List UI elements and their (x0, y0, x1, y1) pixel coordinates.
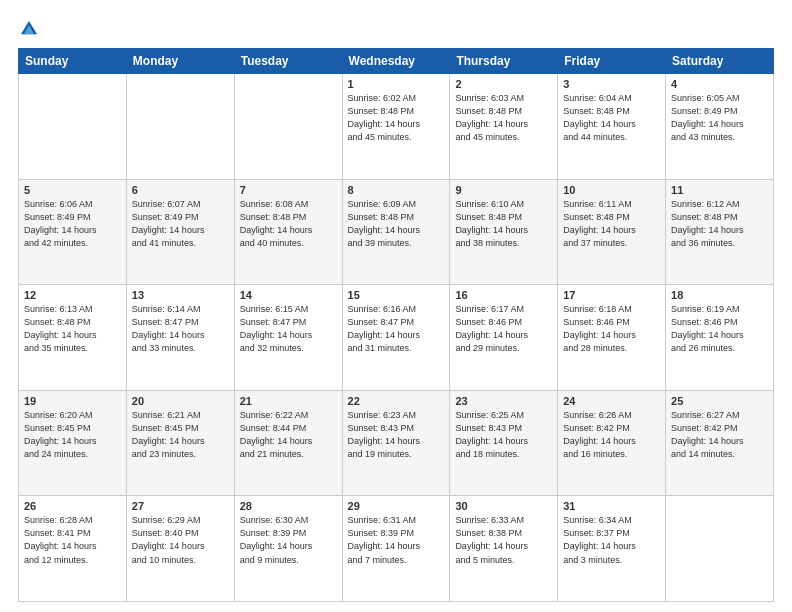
day-number: 12 (24, 289, 121, 301)
day-number: 14 (240, 289, 337, 301)
calendar-day-7: 7Sunrise: 6:08 AMSunset: 8:48 PMDaylight… (234, 179, 342, 285)
calendar-day-30: 30Sunrise: 6:33 AMSunset: 8:38 PMDayligh… (450, 496, 558, 602)
day-info: Sunrise: 6:17 AMSunset: 8:46 PMDaylight:… (455, 303, 552, 355)
day-info: Sunrise: 6:26 AMSunset: 8:42 PMDaylight:… (563, 409, 660, 461)
day-number: 3 (563, 78, 660, 90)
calendar-day-1: 1Sunrise: 6:02 AMSunset: 8:48 PMDaylight… (342, 74, 450, 180)
day-info: Sunrise: 6:33 AMSunset: 8:38 PMDaylight:… (455, 514, 552, 566)
day-number: 9 (455, 184, 552, 196)
calendar-day-22: 22Sunrise: 6:23 AMSunset: 8:43 PMDayligh… (342, 390, 450, 496)
day-number: 26 (24, 500, 121, 512)
logo (18, 18, 44, 40)
day-info: Sunrise: 6:12 AMSunset: 8:48 PMDaylight:… (671, 198, 768, 250)
weekday-header-sunday: Sunday (19, 49, 127, 74)
weekday-header-monday: Monday (126, 49, 234, 74)
day-number: 30 (455, 500, 552, 512)
calendar-table: SundayMondayTuesdayWednesdayThursdayFrid… (18, 48, 774, 602)
day-number: 7 (240, 184, 337, 196)
day-info: Sunrise: 6:06 AMSunset: 8:49 PMDaylight:… (24, 198, 121, 250)
weekday-header-friday: Friday (558, 49, 666, 74)
calendar-empty-cell (234, 74, 342, 180)
calendar-day-18: 18Sunrise: 6:19 AMSunset: 8:46 PMDayligh… (666, 285, 774, 391)
calendar-day-4: 4Sunrise: 6:05 AMSunset: 8:49 PMDaylight… (666, 74, 774, 180)
day-number: 16 (455, 289, 552, 301)
day-number: 11 (671, 184, 768, 196)
calendar-week-row: 26Sunrise: 6:28 AMSunset: 8:41 PMDayligh… (19, 496, 774, 602)
calendar-day-17: 17Sunrise: 6:18 AMSunset: 8:46 PMDayligh… (558, 285, 666, 391)
calendar-week-row: 12Sunrise: 6:13 AMSunset: 8:48 PMDayligh… (19, 285, 774, 391)
day-info: Sunrise: 6:23 AMSunset: 8:43 PMDaylight:… (348, 409, 445, 461)
day-info: Sunrise: 6:05 AMSunset: 8:49 PMDaylight:… (671, 92, 768, 144)
calendar-day-29: 29Sunrise: 6:31 AMSunset: 8:39 PMDayligh… (342, 496, 450, 602)
calendar-empty-cell (666, 496, 774, 602)
day-number: 24 (563, 395, 660, 407)
day-number: 23 (455, 395, 552, 407)
calendar-empty-cell (126, 74, 234, 180)
day-number: 31 (563, 500, 660, 512)
day-number: 17 (563, 289, 660, 301)
day-number: 1 (348, 78, 445, 90)
calendar-week-row: 5Sunrise: 6:06 AMSunset: 8:49 PMDaylight… (19, 179, 774, 285)
calendar-day-13: 13Sunrise: 6:14 AMSunset: 8:47 PMDayligh… (126, 285, 234, 391)
calendar-day-8: 8Sunrise: 6:09 AMSunset: 8:48 PMDaylight… (342, 179, 450, 285)
day-number: 21 (240, 395, 337, 407)
day-number: 4 (671, 78, 768, 90)
day-number: 28 (240, 500, 337, 512)
day-number: 10 (563, 184, 660, 196)
day-number: 27 (132, 500, 229, 512)
calendar-day-6: 6Sunrise: 6:07 AMSunset: 8:49 PMDaylight… (126, 179, 234, 285)
calendar-day-14: 14Sunrise: 6:15 AMSunset: 8:47 PMDayligh… (234, 285, 342, 391)
day-info: Sunrise: 6:13 AMSunset: 8:48 PMDaylight:… (24, 303, 121, 355)
calendar-day-19: 19Sunrise: 6:20 AMSunset: 8:45 PMDayligh… (19, 390, 127, 496)
day-number: 20 (132, 395, 229, 407)
calendar-day-2: 2Sunrise: 6:03 AMSunset: 8:48 PMDaylight… (450, 74, 558, 180)
day-number: 5 (24, 184, 121, 196)
calendar-day-9: 9Sunrise: 6:10 AMSunset: 8:48 PMDaylight… (450, 179, 558, 285)
day-info: Sunrise: 6:31 AMSunset: 8:39 PMDaylight:… (348, 514, 445, 566)
day-info: Sunrise: 6:16 AMSunset: 8:47 PMDaylight:… (348, 303, 445, 355)
calendar-day-15: 15Sunrise: 6:16 AMSunset: 8:47 PMDayligh… (342, 285, 450, 391)
day-info: Sunrise: 6:10 AMSunset: 8:48 PMDaylight:… (455, 198, 552, 250)
day-info: Sunrise: 6:28 AMSunset: 8:41 PMDaylight:… (24, 514, 121, 566)
day-info: Sunrise: 6:15 AMSunset: 8:47 PMDaylight:… (240, 303, 337, 355)
calendar-day-24: 24Sunrise: 6:26 AMSunset: 8:42 PMDayligh… (558, 390, 666, 496)
calendar-day-20: 20Sunrise: 6:21 AMSunset: 8:45 PMDayligh… (126, 390, 234, 496)
weekday-header-tuesday: Tuesday (234, 49, 342, 74)
calendar-day-11: 11Sunrise: 6:12 AMSunset: 8:48 PMDayligh… (666, 179, 774, 285)
weekday-header-wednesday: Wednesday (342, 49, 450, 74)
weekday-header-saturday: Saturday (666, 49, 774, 74)
calendar-day-12: 12Sunrise: 6:13 AMSunset: 8:48 PMDayligh… (19, 285, 127, 391)
day-number: 13 (132, 289, 229, 301)
day-info: Sunrise: 6:20 AMSunset: 8:45 PMDaylight:… (24, 409, 121, 461)
calendar-day-16: 16Sunrise: 6:17 AMSunset: 8:46 PMDayligh… (450, 285, 558, 391)
calendar-day-31: 31Sunrise: 6:34 AMSunset: 8:37 PMDayligh… (558, 496, 666, 602)
day-info: Sunrise: 6:18 AMSunset: 8:46 PMDaylight:… (563, 303, 660, 355)
day-info: Sunrise: 6:11 AMSunset: 8:48 PMDaylight:… (563, 198, 660, 250)
day-number: 2 (455, 78, 552, 90)
day-info: Sunrise: 6:02 AMSunset: 8:48 PMDaylight:… (348, 92, 445, 144)
day-info: Sunrise: 6:21 AMSunset: 8:45 PMDaylight:… (132, 409, 229, 461)
day-info: Sunrise: 6:34 AMSunset: 8:37 PMDaylight:… (563, 514, 660, 566)
day-info: Sunrise: 6:19 AMSunset: 8:46 PMDaylight:… (671, 303, 768, 355)
logo-icon (18, 18, 40, 40)
day-number: 29 (348, 500, 445, 512)
calendar-week-row: 1Sunrise: 6:02 AMSunset: 8:48 PMDaylight… (19, 74, 774, 180)
day-info: Sunrise: 6:08 AMSunset: 8:48 PMDaylight:… (240, 198, 337, 250)
day-number: 25 (671, 395, 768, 407)
day-info: Sunrise: 6:30 AMSunset: 8:39 PMDaylight:… (240, 514, 337, 566)
day-info: Sunrise: 6:03 AMSunset: 8:48 PMDaylight:… (455, 92, 552, 144)
calendar-day-5: 5Sunrise: 6:06 AMSunset: 8:49 PMDaylight… (19, 179, 127, 285)
day-number: 19 (24, 395, 121, 407)
day-info: Sunrise: 6:07 AMSunset: 8:49 PMDaylight:… (132, 198, 229, 250)
calendar-week-row: 19Sunrise: 6:20 AMSunset: 8:45 PMDayligh… (19, 390, 774, 496)
day-number: 8 (348, 184, 445, 196)
calendar-day-28: 28Sunrise: 6:30 AMSunset: 8:39 PMDayligh… (234, 496, 342, 602)
calendar-day-23: 23Sunrise: 6:25 AMSunset: 8:43 PMDayligh… (450, 390, 558, 496)
calendar-day-3: 3Sunrise: 6:04 AMSunset: 8:48 PMDaylight… (558, 74, 666, 180)
day-info: Sunrise: 6:04 AMSunset: 8:48 PMDaylight:… (563, 92, 660, 144)
calendar-day-26: 26Sunrise: 6:28 AMSunset: 8:41 PMDayligh… (19, 496, 127, 602)
day-info: Sunrise: 6:25 AMSunset: 8:43 PMDaylight:… (455, 409, 552, 461)
calendar-day-10: 10Sunrise: 6:11 AMSunset: 8:48 PMDayligh… (558, 179, 666, 285)
calendar-day-21: 21Sunrise: 6:22 AMSunset: 8:44 PMDayligh… (234, 390, 342, 496)
day-number: 15 (348, 289, 445, 301)
